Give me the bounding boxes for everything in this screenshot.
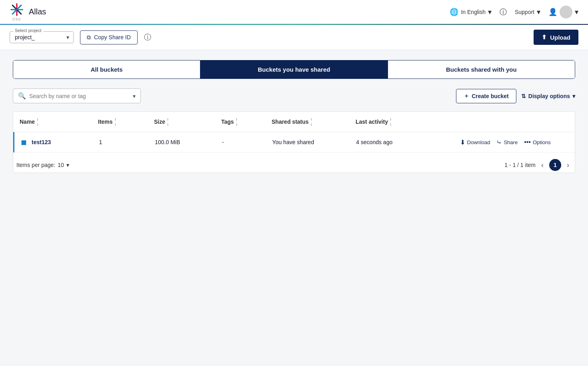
- copy-share-id-button[interactable]: ⧉ Copy Share ID: [80, 30, 138, 44]
- options-button[interactable]: ••• Options: [521, 139, 554, 146]
- plus-icon: ＋: [464, 93, 469, 100]
- row-shared-status-cell: You have shared: [272, 139, 356, 145]
- logo: CSC: [10, 2, 24, 21]
- current-page-value: 1: [554, 162, 557, 168]
- create-bucket-label: Create bucket: [472, 93, 509, 99]
- nav-right: 🌐 In English ▾ ⓘ Support ▾ 👤 ▾: [450, 6, 578, 18]
- user-menu[interactable]: 👤 ▾: [548, 6, 578, 18]
- col-name-sort-icon[interactable]: ↑↓: [36, 117, 39, 126]
- col-header-last-activity: Last activity ↑↓: [356, 117, 456, 126]
- prev-page-button[interactable]: ‹: [539, 160, 546, 170]
- language-label: In English: [461, 9, 485, 15]
- upload-button[interactable]: ⬆ Upload: [534, 30, 578, 45]
- copy-icon: ⧉: [87, 34, 91, 41]
- display-options-label: Display options: [528, 93, 570, 99]
- items-per-page-label: Items per page:: [16, 162, 55, 168]
- row-tags-value: -: [222, 139, 224, 145]
- row-size-value: 100.0 MiB: [155, 139, 180, 145]
- row-size-cell: 100.0 MiB: [155, 139, 222, 145]
- toolbar-right: ＋ Create bucket ⇅ Display options ▾: [456, 89, 575, 103]
- tab-shared-with-you[interactable]: Buckets shared with you: [388, 60, 575, 78]
- csc-text: CSC: [12, 17, 21, 21]
- display-options-button[interactable]: ⇅ Display options ▾: [521, 93, 575, 99]
- row-actions-cell: ⬇ Download ⤷ Share ••• Options: [457, 139, 568, 146]
- create-bucket-button[interactable]: ＋ Create bucket: [456, 89, 516, 103]
- project-selector[interactable]: Select project project_ ▾: [10, 31, 74, 43]
- tab-all-buckets[interactable]: All buckets: [13, 60, 200, 78]
- search-dropdown-chevron-icon[interactable]: ▾: [133, 93, 136, 99]
- col-size-sort-icon[interactable]: ↑↓: [167, 117, 169, 126]
- share-label: Share: [504, 139, 518, 145]
- help-button[interactable]: ⓘ: [500, 7, 507, 17]
- nav-left: CSC Allas: [10, 2, 46, 21]
- support-label: Support: [515, 9, 534, 15]
- tab-shared-with-you-label: Buckets shared with you: [446, 66, 517, 73]
- sub-header: Select project project_ ▾ ⧉ Copy Share I…: [0, 25, 588, 50]
- globe-icon: 🌐: [450, 8, 458, 16]
- bucket-table: Name ↑↓ Items ↑↓ Size ↑↓ Tags ↑↓ Shared …: [13, 111, 575, 173]
- more-icon: •••: [524, 139, 531, 146]
- row-last-activity-cell: 4 seconds ago: [356, 139, 456, 145]
- project-select-label: Select project: [13, 28, 43, 33]
- csc-logo-icon: [10, 2, 24, 17]
- tab-all-buckets-label: All buckets: [91, 66, 123, 73]
- col-shared-label: Shared status: [272, 119, 309, 125]
- avatar: [560, 6, 572, 18]
- col-header-shared-status: Shared status ↑↓: [272, 117, 356, 126]
- main-content: All buckets Buckets you have shared Buck…: [0, 50, 588, 364]
- upload-icon: ⬆: [542, 34, 547, 41]
- col-size-label: Size: [154, 119, 165, 125]
- items-per-page-chevron-icon: ▾: [66, 162, 69, 168]
- col-tags-label: Tags: [221, 119, 234, 125]
- copy-share-id-label: Copy Share ID: [94, 34, 131, 40]
- share-button[interactable]: ⤷ Share: [493, 139, 521, 146]
- app-title: Allas: [29, 7, 46, 16]
- project-select-chevron-icon: ▾: [66, 34, 69, 40]
- project-select-value: project_: [15, 34, 35, 40]
- col-tags-sort-icon[interactable]: ↑↓: [236, 117, 238, 126]
- download-button[interactable]: ⬇ Download: [457, 139, 494, 146]
- current-page-number[interactable]: 1: [549, 159, 561, 171]
- table-header: Name ↑↓ Items ↑↓ Size ↑↓ Tags ↑↓ Shared …: [13, 112, 575, 132]
- download-icon: ⬇: [460, 139, 465, 146]
- items-per-page-selector[interactable]: Items per page: 10 ▾: [16, 162, 69, 168]
- col-header-items: Items ↑↓: [98, 117, 154, 126]
- col-items-sort-icon[interactable]: ↑↓: [114, 117, 117, 126]
- user-chevron-icon: ▾: [575, 8, 578, 16]
- search-input[interactable]: [29, 93, 130, 99]
- search-container: 🔍 ▾: [13, 88, 141, 103]
- share-icon: ⤷: [496, 139, 502, 146]
- top-navigation: CSC Allas 🌐 In English ▾ ⓘ Support ▾ 👤 ▾: [0, 0, 588, 24]
- support-menu[interactable]: Support ▾: [515, 8, 540, 16]
- bucket-name-value[interactable]: test123: [32, 139, 51, 145]
- display-options-chevron-icon: ▾: [572, 93, 575, 99]
- col-header-size: Size ↑↓: [154, 117, 221, 126]
- col-activity-label: Last activity: [356, 119, 388, 125]
- help-circle-icon: ⓘ: [500, 7, 507, 17]
- filter-icon: ⇅: [521, 93, 526, 99]
- items-per-page-value: 10: [58, 162, 64, 168]
- row-items-value: 1: [99, 139, 102, 145]
- col-shared-sort-icon[interactable]: ↑↓: [310, 117, 313, 126]
- col-activity-sort-icon[interactable]: ↑↓: [390, 117, 392, 126]
- sub-header-left: Select project project_ ▾ ⧉ Copy Share I…: [10, 30, 151, 44]
- prev-page-icon: ‹: [541, 161, 544, 169]
- language-selector[interactable]: 🌐 In English ▾: [450, 8, 491, 16]
- next-page-icon: ›: [567, 161, 569, 169]
- tab-shared-by-you-label: Buckets you have shared: [258, 66, 330, 73]
- info-icon[interactable]: ⓘ: [144, 32, 151, 42]
- download-label: Download: [467, 139, 490, 145]
- user-icon: 👤: [548, 8, 557, 16]
- row-tags-cell: -: [222, 139, 272, 145]
- language-chevron-icon: ▾: [488, 8, 492, 16]
- options-label: Options: [533, 139, 551, 145]
- col-header-name: Name ↑↓: [20, 117, 98, 126]
- tab-shared-by-you[interactable]: Buckets you have shared: [200, 60, 388, 78]
- col-items-label: Items: [98, 119, 113, 125]
- row-name-cell: ◼ test123: [21, 138, 99, 147]
- upload-label: Upload: [550, 34, 570, 41]
- toolbar: 🔍 ▾ ＋ Create bucket ⇅ Display options ▾: [13, 88, 575, 103]
- row-shared-status-value: You have shared: [272, 139, 314, 145]
- next-page-button[interactable]: ›: [564, 160, 572, 170]
- page-range-label: 1 - 1 / 1 item: [504, 162, 536, 168]
